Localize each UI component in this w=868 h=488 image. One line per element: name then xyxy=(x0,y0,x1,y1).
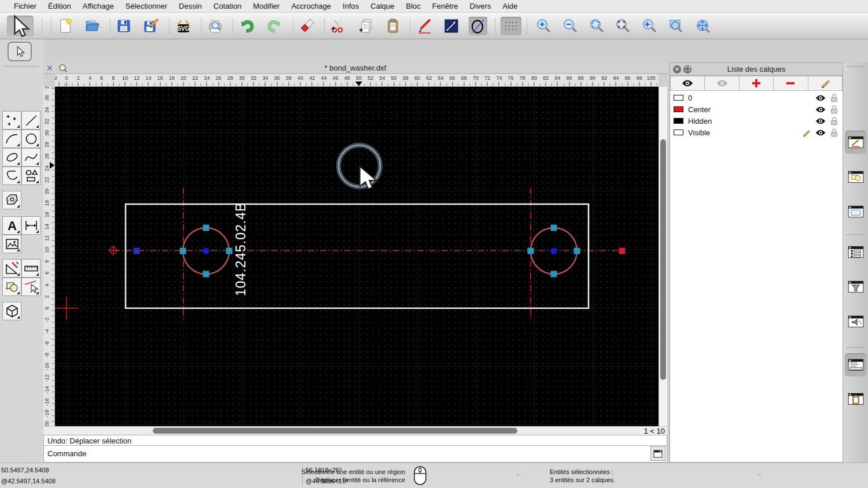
redo-button[interactable] xyxy=(265,17,284,35)
menu-item-edition[interactable]: Édition xyxy=(42,0,77,13)
tool-circle-button[interactable] xyxy=(21,130,41,148)
ellipse-tool-button[interactable] xyxy=(469,17,487,35)
new-file-button[interactable] xyxy=(56,17,75,35)
center-handle-right[interactable] xyxy=(551,248,557,254)
block-list-panel-button[interactable] xyxy=(845,165,866,188)
layer-visible-eye-icon[interactable] xyxy=(815,94,826,102)
command-input[interactable] xyxy=(89,448,649,460)
tool-ellipse-button[interactable] xyxy=(2,148,21,167)
eraser-button[interactable] xyxy=(298,17,317,35)
command-detach-button[interactable] xyxy=(650,446,665,461)
layer-row-center[interactable]: Center xyxy=(670,103,843,115)
layer-lock-icon[interactable] xyxy=(830,116,838,125)
select-tool-button[interactable] xyxy=(7,16,34,36)
cut-button[interactable] xyxy=(329,17,347,35)
vertical-scrollbar-thumb[interactable] xyxy=(660,139,666,380)
zoom-previous-button[interactable] xyxy=(640,17,659,35)
show-all-layers-button[interactable] xyxy=(670,76,705,91)
layer-row-visible[interactable]: Visible xyxy=(670,127,843,138)
tool-points-button[interactable] xyxy=(2,111,21,130)
menu-item-dessin[interactable]: Dessin xyxy=(173,0,208,13)
washer-outline-rectangle[interactable] xyxy=(126,204,589,308)
zoom-pan-button[interactable] xyxy=(693,17,712,35)
layer-lock-icon[interactable] xyxy=(830,128,838,137)
undo-button[interactable] xyxy=(238,17,256,35)
zoom-out-button[interactable] xyxy=(561,17,579,35)
zoom-window-button[interactable] xyxy=(667,17,685,35)
add-layer-button[interactable] xyxy=(740,76,774,91)
save-button[interactable] xyxy=(115,17,133,35)
menu-item-infos[interactable]: Infos xyxy=(337,0,365,13)
center-handle-left[interactable] xyxy=(203,248,209,254)
endpoint-handle-blue[interactable] xyxy=(134,248,140,254)
tool-line-button[interactable] xyxy=(21,111,41,130)
dock-drag-handle[interactable] xyxy=(5,66,38,67)
tool-modify-button[interactable] xyxy=(2,259,21,278)
zoom-window-icon xyxy=(668,18,684,34)
menu-item-bloc[interactable]: Bloc xyxy=(400,0,426,13)
zoom-selection-button[interactable] xyxy=(613,17,632,35)
layer-row-0[interactable]: 0 xyxy=(670,92,843,103)
menu-item-selectionner[interactable]: Sélectionner xyxy=(120,0,173,13)
entity-list-panel-button[interactable] xyxy=(845,241,866,264)
layer-visible-eye-icon[interactable] xyxy=(815,117,826,125)
paste-button[interactable] xyxy=(384,17,402,35)
endpoint-handle-red[interactable] xyxy=(619,248,626,254)
menu-item-modifier[interactable]: Modifier xyxy=(247,0,285,13)
zoom-in-button[interactable] xyxy=(534,17,553,35)
menu-item-cotation[interactable]: Cotation xyxy=(208,0,247,13)
layer-color-swatch[interactable] xyxy=(674,118,683,124)
vertical-scrollbar[interactable] xyxy=(659,87,667,426)
filter-panel-button[interactable] xyxy=(845,275,866,298)
copy-button[interactable] xyxy=(357,17,376,35)
svg-export-button[interactable]: SVG xyxy=(174,17,193,35)
layer-color-swatch[interactable] xyxy=(674,106,683,112)
layer-visible-eye-icon[interactable] xyxy=(815,106,826,113)
menu-item-fichier[interactable]: Fichier xyxy=(8,0,42,13)
edit-layer-button[interactable] xyxy=(808,76,843,91)
layer-color-swatch[interactable] xyxy=(674,95,683,101)
command-options-panel-button[interactable] xyxy=(845,310,866,333)
horizontal-scrollbar[interactable]: 1 < 10 xyxy=(43,426,667,435)
command-line-panel-button[interactable] xyxy=(845,353,866,376)
layer-visible-eye-icon[interactable] xyxy=(815,129,826,136)
menu-item-divers[interactable]: Divers xyxy=(464,0,497,13)
tool-dimension-button[interactable] xyxy=(21,216,41,235)
grid-toggle-button[interactable] xyxy=(501,17,521,35)
save-as-button[interactable] xyxy=(142,17,160,35)
menu-item-fenetre[interactable]: Fenêtre xyxy=(426,0,464,13)
print-preview-button[interactable] xyxy=(206,17,225,35)
tool-text-button[interactable]: A xyxy=(2,216,21,235)
layer-lock-icon[interactable] xyxy=(830,93,838,102)
selection-pointer-button[interactable] xyxy=(8,42,32,61)
pen-edit-button[interactable] xyxy=(415,17,434,35)
layer-lock-icon[interactable] xyxy=(830,105,838,114)
line-tool-button[interactable] xyxy=(442,17,461,35)
drawing-canvas[interactable]: 104.245.02.4B xyxy=(55,87,659,426)
clipboard-panel-button[interactable] xyxy=(845,387,866,411)
part-number-label[interactable]: 104.245.02.4B xyxy=(233,202,248,297)
tool-measure-button[interactable] xyxy=(21,259,41,278)
remove-layer-button[interactable] xyxy=(774,76,808,91)
tool-arc-button[interactable] xyxy=(2,130,21,148)
tool-cube-3d-button[interactable] xyxy=(2,302,21,320)
layer-row-hidden[interactable]: Hidden xyxy=(670,115,843,127)
menu-item-accrochage[interactable]: Accrochage xyxy=(285,0,337,13)
layer-list-panel-button[interactable] xyxy=(845,131,866,154)
hide-all-layers-button[interactable] xyxy=(705,76,739,91)
menu-item-calque[interactable]: Calque xyxy=(365,0,400,13)
tool-block-button[interactable] xyxy=(2,278,21,296)
tool-image-button[interactable] xyxy=(2,235,21,253)
tool-hatch-button[interactable] xyxy=(2,191,21,209)
menu-item-aide[interactable]: Aide xyxy=(496,0,523,13)
tool-spline-button[interactable] xyxy=(21,148,41,167)
layer-color-swatch[interactable] xyxy=(674,130,683,135)
library-browser-panel-button[interactable] xyxy=(845,200,866,223)
tool-select-entity-button[interactable] xyxy=(21,278,41,296)
tool-polygon-button[interactable] xyxy=(21,167,41,185)
menu-item-affichage[interactable]: Affichage xyxy=(77,0,120,13)
tool-polyline-button[interactable] xyxy=(2,167,21,185)
open-file-button[interactable] xyxy=(83,17,102,35)
zoom-auto-button[interactable] xyxy=(587,17,606,35)
horizontal-scrollbar-thumb[interactable] xyxy=(153,428,517,434)
